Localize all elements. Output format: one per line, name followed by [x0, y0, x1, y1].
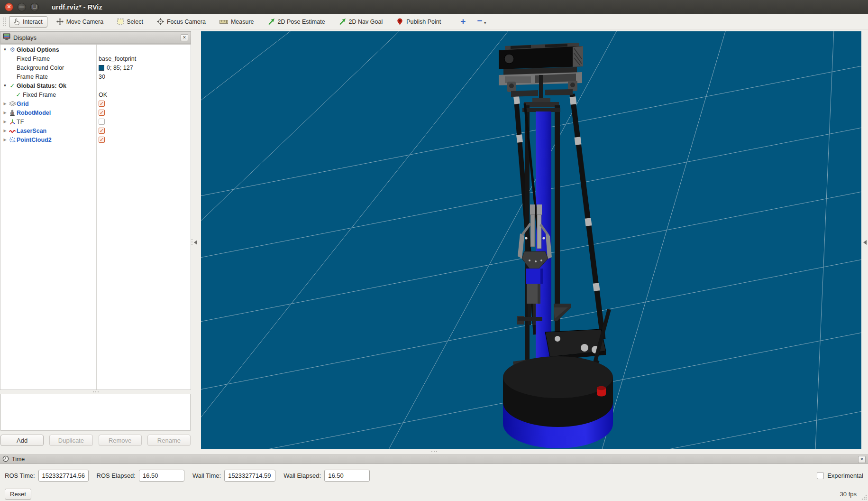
time-panel-header[interactable]: Time ✕ [0, 455, 868, 464]
row-label: Global Status: Ok [17, 83, 66, 89]
toolbar-grip[interactable] [3, 18, 6, 26]
ros-elapsed-input[interactable] [139, 470, 184, 482]
window-maximize-button[interactable]: ☐ [30, 3, 39, 11]
wall-time-label: Wall Time: [192, 472, 221, 479]
resize-grip[interactable] [861, 494, 867, 500]
displays-buttons: Add Duplicate Remove Rename [0, 431, 191, 449]
row-global-status[interactable]: ▼ ✓ Global Status: Ok [0, 81, 191, 90]
displays-panel-header[interactable]: Displays ✕ [0, 31, 191, 44]
rename-button[interactable]: Rename [147, 435, 191, 446]
row-label: TF [17, 119, 24, 125]
grid-checkbox[interactable] [99, 101, 105, 107]
render-viewport[interactable] [201, 31, 861, 449]
robotmodel-checkbox[interactable] [99, 110, 105, 116]
remove-tool-caret-icon[interactable]: ▼ [483, 21, 487, 25]
tool-2d-pose-estimate[interactable]: 2D Pose Estimate [263, 16, 330, 27]
window-title: urdf.rviz* - RViz [52, 3, 102, 11]
hand-cursor-icon [14, 18, 20, 26]
remove-tool-button[interactable]: − [477, 16, 482, 26]
tf-checkbox[interactable] [99, 119, 105, 125]
pointcloud-icon [8, 137, 17, 143]
crosshair-icon [157, 18, 164, 25]
row-fixed-frame[interactable]: Fixed Frame base_footprint [0, 54, 191, 63]
add-tool-button[interactable]: + [460, 16, 466, 27]
collapse-right-arrow-icon[interactable] [863, 240, 867, 245]
tool-label: 2D Pose Estimate [278, 19, 325, 25]
expander-icon[interactable]: ▶ [2, 120, 8, 124]
wall-time-input[interactable] [224, 470, 275, 482]
right-splitter[interactable] [861, 31, 868, 449]
tool-label: 2D Nav Goal [349, 19, 383, 25]
reset-button[interactable]: Reset [5, 489, 31, 500]
titlebar: ✕ — ☐ urdf.rviz* - RViz [0, 0, 868, 14]
displays-tree[interactable]: ▼ ⚙ Global Options Fixed Frame base_foot… [0, 44, 191, 390]
tool-publish-point[interactable]: Publish Point [392, 16, 446, 28]
color-swatch[interactable] [99, 65, 104, 71]
add-button[interactable]: Add [0, 435, 44, 446]
tree-desc-splitter[interactable] [0, 390, 191, 394]
expander-icon[interactable]: ▼ [2, 84, 8, 88]
left-splitter[interactable] [191, 31, 201, 449]
gear-icon: ⚙ [8, 46, 17, 53]
tool-2d-nav-goal[interactable]: 2D Nav Goal [334, 16, 388, 27]
tree-column-divider[interactable] [96, 45, 97, 390]
wall-elapsed-input[interactable] [324, 470, 370, 482]
ros-time-input[interactable] [38, 470, 89, 482]
remove-button[interactable]: Remove [99, 435, 142, 446]
row-fixed-frame-status[interactable]: ✓ Fixed Frame OK [0, 90, 191, 99]
row-value[interactable]: 30 [96, 74, 191, 80]
row-pointcloud2[interactable]: ▶ PointCloud2 [0, 135, 191, 144]
main-area: Displays ✕ ▼ ⚙ Global Options Fixed Fram… [0, 29, 868, 449]
tool-label: Interact [23, 19, 43, 25]
time-close-icon[interactable]: ✕ [858, 456, 866, 463]
experimental-label: Experimental [827, 472, 863, 479]
tool-label: Focus Camera [167, 19, 206, 25]
laserscan-checkbox[interactable] [99, 128, 105, 134]
displays-icon [3, 33, 10, 42]
window-minimize-button[interactable]: — [18, 3, 26, 11]
row-value: OK [96, 92, 191, 98]
row-value[interactable]: 0; 85; 127 [96, 65, 191, 71]
tool-label: Move Camera [66, 19, 104, 25]
row-robotmodel[interactable]: ▶ RobotModel [0, 108, 191, 117]
grid-icon [8, 101, 17, 107]
row-global-options[interactable]: ▼ ⚙ Global Options [0, 45, 191, 54]
tool-label: Select [127, 19, 143, 25]
tool-focus-camera[interactable]: Focus Camera [152, 16, 210, 27]
tool-measure[interactable]: Measure [215, 17, 259, 27]
row-label: RobotModel [17, 110, 51, 116]
row-value[interactable]: base_footprint [96, 56, 191, 62]
tool-interact[interactable]: Interact [9, 16, 47, 28]
experimental-checkbox[interactable] [817, 472, 824, 479]
robot-icon [8, 110, 17, 116]
row-tf[interactable]: ▶ TF [0, 117, 191, 126]
displays-close-icon[interactable]: ✕ [181, 34, 188, 41]
expander-icon[interactable]: ▶ [2, 129, 8, 133]
row-label: LaserScan [17, 128, 46, 134]
select-box-icon [117, 19, 124, 25]
green-arrow-icon [339, 18, 346, 25]
window-close-button[interactable]: ✕ [5, 3, 13, 11]
ros-time-label: ROS Time: [5, 472, 35, 479]
collapse-left-arrow-icon[interactable] [194, 240, 197, 245]
ruler-icon [219, 19, 228, 25]
duplicate-button[interactable]: Duplicate [49, 435, 92, 446]
row-label: Frame Rate [0, 74, 48, 80]
row-grid[interactable]: ▶ Grid [0, 99, 191, 108]
row-frame-rate[interactable]: Frame Rate 30 [0, 72, 191, 81]
ros-elapsed-label: ROS Elapsed: [97, 472, 136, 479]
tool-move-camera[interactable]: Move Camera [52, 16, 109, 27]
expander-icon[interactable]: ▶ [2, 138, 8, 142]
time-panel-splitter[interactable] [0, 449, 868, 455]
pointcloud2-checkbox[interactable] [99, 137, 105, 143]
row-background-color[interactable]: Background Color 0; 85; 127 [0, 63, 191, 72]
wall-elapsed-label: Wall Elapsed: [283, 472, 321, 479]
expander-icon[interactable]: ▶ [2, 102, 8, 106]
clock-icon [2, 455, 9, 464]
toolbar: Interact Move Camera Select Focus Camera… [0, 14, 868, 29]
expander-icon[interactable]: ▶ [2, 111, 8, 115]
tool-select[interactable]: Select [112, 17, 148, 27]
tool-label: Measure [231, 19, 254, 25]
row-laserscan[interactable]: ▶ LaserScan [0, 126, 191, 135]
expander-icon[interactable]: ▼ [2, 47, 8, 52]
